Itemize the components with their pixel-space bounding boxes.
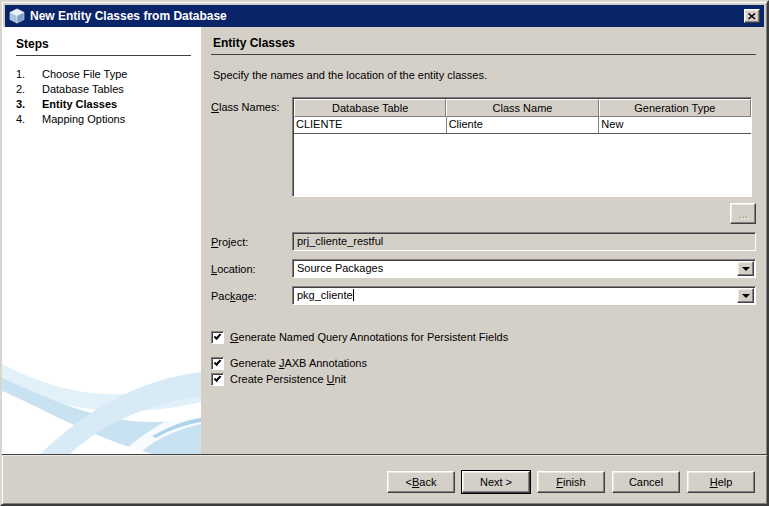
location-row: Location: Source Packages (211, 259, 756, 278)
package-label: Package: (211, 290, 292, 302)
location-dropdown-button[interactable] (737, 261, 754, 276)
text-caret (353, 289, 354, 301)
checkmark-icon (214, 332, 222, 340)
entity-classes-table[interactable]: Database Table Class Name Generation Typ… (292, 97, 752, 197)
step-item-database-tables: 2. Database Tables (16, 82, 191, 97)
column-header-class-name: Class Name (446, 99, 598, 117)
step-label: Mapping Options (42, 112, 125, 127)
step-item-choose-file-type: 1. Choose File Type (16, 67, 191, 82)
checkbox-named-query[interactable]: Generate Named Query Annotations for Per… (211, 329, 756, 345)
back-button[interactable]: < Back (387, 471, 455, 493)
package-value[interactable]: pkg_cliente (293, 287, 737, 304)
cancel-button[interactable]: Cancel (612, 471, 680, 493)
class-names-row: Class Names: Database Table Class Name G… (211, 97, 756, 197)
steps-sidebar: Steps 1. Choose File Type 2. Database Ta… (2, 27, 201, 454)
checkmark-icon (214, 358, 222, 366)
ellipsis-row: ... (211, 203, 756, 224)
step-label: Choose File Type (42, 67, 127, 82)
column-header-generation-type: Generation Type (599, 99, 751, 117)
project-row: Project: prj_cliente_restful (211, 232, 756, 251)
cell-database-table[interactable]: CLIENTE (294, 117, 447, 133)
location-value[interactable]: Source Packages (293, 260, 737, 277)
steps-heading: Steps (16, 37, 191, 56)
checkbox-box[interactable] (211, 373, 224, 386)
project-field: prj_cliente_restful (292, 232, 756, 251)
finish-button[interactable]: Finish (537, 471, 605, 493)
footer-buttons: < Back Next > Finish Cancel Help (2, 456, 767, 504)
checkbox-label: Generate Named Query Annotations for Per… (230, 331, 508, 343)
location-label: Location: (211, 263, 292, 275)
main-panel: Entity Classes Specify the names and the… (201, 27, 767, 454)
class-names-label: Class Names: (211, 97, 292, 197)
chevron-down-icon (742, 267, 750, 271)
chevron-down-icon (742, 294, 750, 298)
dialog-body: Steps 1. Choose File Type 2. Database Ta… (2, 27, 767, 454)
steps-list: 1. Choose File Type 2. Database Tables 3… (16, 67, 191, 127)
checkbox-label: Create Persistence Unit (230, 373, 346, 385)
package-row: Package: pkg_cliente (211, 286, 756, 305)
package-dropdown-button[interactable] (737, 288, 754, 303)
titlebar[interactable]: New Entity Classes from Database (5, 5, 764, 27)
checkbox-box[interactable] (211, 331, 224, 344)
checkbox-persistence-unit[interactable]: Create Persistence Unit (211, 371, 756, 387)
table-empty-area (294, 134, 751, 196)
window-title: New Entity Classes from Database (30, 9, 744, 23)
step-item-entity-classes-active: 3. Entity Classes (16, 97, 191, 112)
ellipsis-button[interactable]: ... (730, 203, 756, 224)
cell-class-name[interactable]: Cliente (447, 117, 600, 133)
next-button[interactable]: Next > (462, 471, 530, 493)
step-label: Database Tables (42, 82, 124, 97)
checkbox-box[interactable] (211, 357, 224, 370)
close-icon (748, 13, 756, 20)
checkbox-label: Generate JAXB Annotations (230, 357, 367, 369)
column-header-database-table: Database Table (294, 99, 446, 117)
close-button[interactable] (744, 9, 760, 23)
wizard-dialog: New Entity Classes from Database Steps 1… (0, 0, 769, 506)
project-label: Project: (211, 236, 292, 248)
panel-description: Specify the names and the location of th… (213, 69, 756, 81)
table-row[interactable]: CLIENTE Cliente New (294, 117, 751, 134)
cell-generation-type[interactable]: New (599, 117, 751, 133)
checkbox-jaxb[interactable]: Generate JAXB Annotations (211, 355, 756, 371)
step-item-mapping-options: 4. Mapping Options (16, 112, 191, 127)
help-button[interactable]: Help (687, 471, 755, 493)
step-label: Entity Classes (42, 97, 117, 112)
package-combobox[interactable]: pkg_cliente (292, 286, 756, 305)
checkmark-icon (214, 374, 222, 382)
table-header: Database Table Class Name Generation Typ… (294, 99, 751, 117)
options-group: Generate Named Query Annotations for Per… (211, 329, 756, 387)
cube-icon (9, 8, 25, 24)
netbeans-watermark (2, 358, 201, 454)
panel-heading: Entity Classes (211, 34, 756, 55)
location-combobox[interactable]: Source Packages (292, 259, 756, 278)
